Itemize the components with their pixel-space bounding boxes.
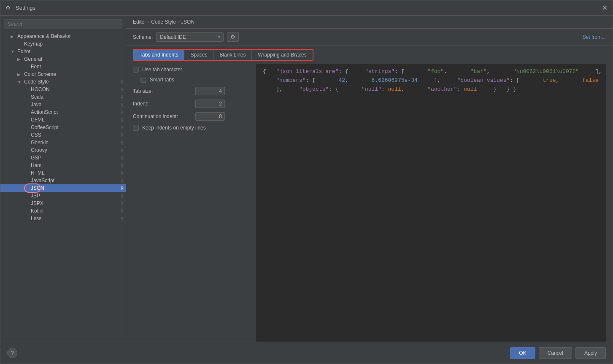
search-input[interactable] [4, 19, 122, 29]
sidebar-tree: ▶ Appearance & Behavior Keymap ▼ Editor … [0, 32, 126, 342]
apply-button[interactable]: Apply [575, 347, 606, 359]
content-area: ▶ Appearance & Behavior Keymap ▼ Editor … [0, 16, 613, 342]
use-tab-character-checkbox[interactable] [133, 67, 139, 73]
breadcrumb-part-json: JSON [181, 19, 194, 25]
sidebar-item-css[interactable]: CSS ⎘ [0, 131, 126, 139]
sidebar-item-label: Haml [31, 162, 121, 168]
use-tab-character-label: Use tab character [142, 67, 182, 73]
sidebar-item-label: Code Style [24, 79, 121, 85]
copy-icon: ⎘ [121, 201, 124, 206]
settings-options: Use tab character Smart tabs Tab size: [133, 64, 251, 342]
sidebar: ▶ Appearance & Behavior Keymap ▼ Editor … [0, 16, 126, 342]
sidebar-item-label: Kotlin [31, 208, 121, 214]
main-panel: Editor › Code Style › JSON Scheme: Defau… [126, 16, 613, 342]
keep-indents-row: Keep indents on empty lines [133, 124, 251, 132]
sidebar-item-general[interactable]: ▶ General [0, 55, 126, 63]
sidebar-item-editor[interactable]: ▼ Editor [0, 48, 126, 55]
copy-icon: ⎘ [121, 178, 124, 183]
sidebar-item-javascript[interactable]: JavaScript ⎘ [0, 177, 126, 184]
settings-body: Use tab character Smart tabs Tab size: [133, 64, 606, 342]
breadcrumb: Editor › Code Style › JSON [126, 16, 613, 29]
ok-button[interactable]: OK [510, 347, 535, 359]
sidebar-item-groovy[interactable]: Groovy ⎘ [0, 146, 126, 154]
scheme-gear-button[interactable]: ⚙ [227, 32, 239, 42]
keep-indents-checkbox[interactable] [133, 125, 139, 131]
tab-size-row: Tab size: [133, 86, 251, 96]
copy-icon: ⎘ [121, 132, 124, 138]
sidebar-item-scala[interactable]: Scala ⎘ [0, 93, 126, 101]
close-button[interactable]: ✕ [602, 4, 608, 12]
sidebar-item-json[interactable]: JSON ⎘ [0, 184, 126, 192]
copy-icon: ⎘ [121, 110, 124, 115]
indent-input[interactable] [195, 100, 225, 108]
sidebar-item-gherkin[interactable]: Gherkin ⎘ [0, 139, 126, 146]
expand-icon: ▶ [11, 34, 17, 39]
sidebar-item-label: GSP [31, 155, 121, 161]
sidebar-item-label: Color Scheme [24, 71, 126, 77]
scheme-select[interactable]: Default IDE [156, 32, 224, 42]
tab-wrapping[interactable]: Wrapping and Braces [252, 50, 312, 60]
copy-icon: ⎘ [121, 216, 124, 221]
tab-tabs-and-indents[interactable]: Tabs and Indents [134, 50, 184, 60]
sidebar-item-label: General [24, 56, 126, 62]
expand-icon: ▶ [17, 57, 24, 62]
code-preview-panel: { "json literals are": { "strings": [ "f… [256, 64, 606, 342]
sidebar-item-label: JavaScript [31, 178, 121, 183]
sidebar-item-color-scheme[interactable]: ▶ Color Scheme [0, 70, 126, 78]
sidebar-item-jspx[interactable]: JSPX ⎘ [0, 200, 126, 207]
copy-icon: ⎘ [121, 125, 124, 130]
copy-icon: ⎘ [121, 148, 124, 153]
sidebar-item-kotlin[interactable]: Kotlin ⎘ [0, 207, 126, 215]
set-from-link[interactable]: Set from... [583, 34, 606, 40]
copy-icon: ⎘ [121, 170, 124, 175]
indent-row: Indent: [133, 99, 251, 109]
code-preview: { "json literals are": { "strings": [ "f… [256, 64, 606, 342]
sidebar-item-label: JSP [31, 193, 121, 199]
sidebar-item-label: JSPX [31, 200, 121, 206]
tab-size-input[interactable] [195, 87, 225, 95]
sidebar-item-jsp[interactable]: JSP ⎘ [0, 192, 126, 200]
scheme-select-wrap: Default IDE ▼ [156, 32, 224, 42]
sidebar-item-gsp[interactable]: GSP ⎘ [0, 154, 126, 162]
sidebar-item-java[interactable]: Java ⎘ [0, 101, 126, 108]
smart-tabs-row: Smart tabs [133, 76, 251, 84]
sidebar-item-html[interactable]: HTML ⎘ [0, 169, 126, 177]
indent-label: Indent: [133, 101, 192, 107]
cancel-button[interactable]: Cancel [539, 347, 572, 359]
title-bar: ⚙ Settings ✕ [0, 0, 613, 16]
sidebar-item-coffeescript[interactable]: CoffeeScript ⎘ [0, 124, 126, 131]
window-title: Settings [16, 5, 602, 11]
tabs-panel: Tabs and Indents Spaces Blank Lines Wrap… [126, 46, 613, 342]
breadcrumb-part-editor: Editor [133, 19, 146, 25]
sidebar-item-actionscript[interactable]: ActionScript ⎘ [0, 108, 126, 116]
help-button[interactable]: ? [7, 348, 17, 358]
sidebar-item-code-style[interactable]: ▼ Code Style ⎘ [0, 78, 126, 86]
sidebar-item-hocon[interactable]: HOCON ⎘ [0, 86, 126, 93]
copy-icon: ⎘ [121, 155, 124, 160]
sidebar-item-label: Groovy [31, 147, 121, 153]
smart-tabs-checkbox[interactable] [140, 77, 146, 83]
expand-icon: ▼ [17, 80, 24, 84]
scheme-row: Scheme: Default IDE ▼ ⚙ Set from... [126, 29, 613, 46]
continuation-indent-input[interactable] [195, 112, 225, 121]
sidebar-item-label: HTML [31, 170, 121, 176]
sidebar-item-haml[interactable]: Haml ⎘ [0, 162, 126, 169]
copy-icon: ⎘ [121, 87, 124, 92]
sidebar-item-less[interactable]: Less ⎘ [0, 215, 126, 222]
tab-blank-lines[interactable]: Blank Lines [213, 50, 252, 60]
sidebar-item-font[interactable]: Font [0, 63, 126, 70]
tab-spaces[interactable]: Spaces [184, 50, 213, 60]
breadcrumb-sep: › [178, 19, 179, 25]
sidebar-item-cfml[interactable]: CFML ⎘ [0, 116, 126, 124]
copy-icon: ⎘ [121, 117, 124, 122]
sidebar-item-label: Keymap [24, 41, 126, 47]
scheme-label: Scheme: [133, 34, 153, 40]
copy-icon: ⎘ [121, 193, 124, 198]
sidebar-item-appearance[interactable]: ▶ Appearance & Behavior [0, 32, 126, 40]
expand-icon: ▼ [11, 49, 17, 54]
sidebar-item-keymap[interactable]: Keymap [0, 40, 126, 48]
tabs-row: Tabs and Indents Spaces Blank Lines Wrap… [133, 49, 313, 61]
sidebar-item-label: JSON [31, 185, 121, 191]
sidebar-item-label: ActionScript [31, 109, 121, 115]
copy-icon: ⎘ [121, 208, 124, 213]
